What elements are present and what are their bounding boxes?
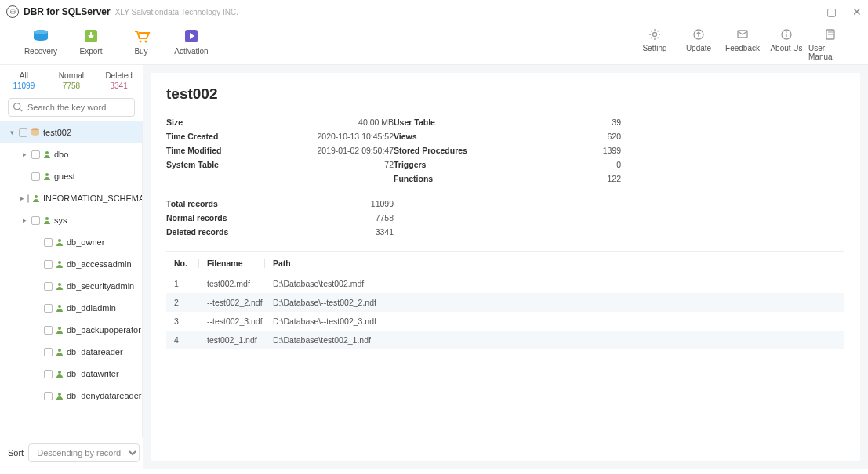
expand-icon[interactable]: ▾ xyxy=(8,128,16,136)
user-icon xyxy=(32,194,43,202)
info-row: Time Created2020-10-13 10:45:52 xyxy=(166,129,394,143)
maximize-button[interactable]: ▢ xyxy=(826,5,837,18)
tree-label: db_accessadmin xyxy=(67,259,132,269)
info-row: Triggers0 xyxy=(394,157,621,172)
info-row: Size40.00 MB xyxy=(166,115,394,129)
svg-point-18 xyxy=(45,151,49,154)
toolbar-export[interactable]: Export xyxy=(66,28,116,56)
svg-point-4 xyxy=(145,41,147,43)
checkbox[interactable] xyxy=(31,216,40,225)
info-row: User Table39 xyxy=(394,115,621,129)
svg-point-1 xyxy=(34,30,48,34)
tree-label: INFORMATION_SCHEMA xyxy=(43,194,143,203)
file-row[interactable]: 4test002_1.ndfD:\Database\test002_1.ndf xyxy=(166,331,844,349)
file-row[interactable]: 2--test002_2.ndfD:\Database\--test002_2.… xyxy=(166,293,844,312)
minimize-button[interactable]: — xyxy=(800,5,811,18)
sort-select[interactable]: Descending by record xyxy=(28,443,140,462)
info-row: Normal records7758 xyxy=(166,211,394,225)
search-container xyxy=(8,98,135,117)
detail-panel: test002 Size40.00 MBTime Created2020-10-… xyxy=(151,73,860,461)
tree-label: db_datawriter xyxy=(67,369,119,378)
expand-icon[interactable]: ▸ xyxy=(20,150,28,158)
checkbox[interactable] xyxy=(44,348,53,356)
user-icon xyxy=(56,260,67,268)
tree-label: dbo xyxy=(54,150,68,159)
user-icon xyxy=(56,392,67,400)
tree-label: db_securityadmin xyxy=(67,281,134,291)
info-row: Views620 xyxy=(394,129,621,143)
tree-item-db_securityadmin[interactable]: db_securityadmin xyxy=(0,275,142,297)
checkbox[interactable] xyxy=(44,326,53,335)
file-row[interactable]: 1test002.mdfD:\Database\test002.mdf xyxy=(166,274,844,293)
toolbar-update[interactable]: Update xyxy=(677,28,721,61)
svg-point-20 xyxy=(35,195,38,198)
tree-item-db_backupoperator[interactable]: db_backupoperator xyxy=(0,319,142,341)
tree-item-db_ddladmin[interactable]: db_ddladmin xyxy=(0,297,142,319)
sort-label: Sort xyxy=(8,448,24,458)
search-input[interactable] xyxy=(8,98,135,117)
info-icon xyxy=(780,28,793,41)
titlebar: ⛁ DBR for SQLServer XLY Salvationdata Te… xyxy=(0,0,868,24)
vendor-name: XLY Salvationdata Technology INC. xyxy=(115,8,238,16)
file-row[interactable]: 3--test002_3.ndfD:\Database\--test002_3.… xyxy=(166,312,844,331)
search-icon xyxy=(13,102,23,112)
tree-label: sys xyxy=(54,215,67,225)
tree-item-db_owner[interactable]: db_owner xyxy=(0,231,142,253)
svg-point-10 xyxy=(786,31,787,33)
toolbar-recovery[interactable]: Recovery xyxy=(16,28,66,56)
filter-all[interactable]: All 11099 xyxy=(0,71,47,90)
tree-item-information_schema[interactable]: ▸INFORMATION_SCHEMA xyxy=(0,187,142,209)
checkbox[interactable] xyxy=(44,238,53,247)
svg-point-3 xyxy=(140,41,142,43)
tree-label: db_ddladmin xyxy=(67,303,116,313)
tree-item-sys[interactable]: ▸sys xyxy=(0,209,142,231)
sidebar: All 11099 Normal 7758 Deleted 3341 ▾test… xyxy=(0,65,143,469)
filter-normal[interactable]: Normal 7758 xyxy=(48,71,95,90)
export-icon xyxy=(82,28,100,44)
tree[interactable]: ▾test002▸dboguest▸INFORMATION_SCHEMA▸sys… xyxy=(0,121,143,437)
expand-icon[interactable]: ▸ xyxy=(20,194,24,202)
checkbox[interactable] xyxy=(44,260,53,269)
info-row: Deleted records3341 xyxy=(166,225,394,239)
checkbox[interactable] xyxy=(44,370,53,378)
svg-point-6 xyxy=(653,33,657,37)
checkbox[interactable] xyxy=(27,194,29,203)
tree-item-db_accessadmin[interactable]: db_accessadmin xyxy=(0,253,142,275)
tree-item-db_denydatareader[interactable]: db_denydatareader xyxy=(0,385,142,407)
toolbar-activation[interactable]: Activation xyxy=(166,28,216,56)
tree-label: db_owner xyxy=(67,237,104,247)
svg-line-16 xyxy=(20,109,22,111)
toolbar-feedback[interactable]: Feedback xyxy=(721,28,764,61)
toolbar-about-us[interactable]: About Us xyxy=(764,28,808,61)
tree-label: db_datareader xyxy=(67,347,123,356)
files-header: No. Filename Path xyxy=(166,252,844,274)
expand-icon[interactable]: ▸ xyxy=(20,216,28,224)
tree-item-db_datareader[interactable]: db_datareader xyxy=(0,341,142,363)
manual-icon xyxy=(824,28,837,41)
toolbar: RecoveryExportBuyActivation SettingUpdat… xyxy=(0,24,868,65)
tree-item-dbo[interactable]: ▸dbo xyxy=(0,143,142,165)
tree-item-db_datawriter[interactable]: db_datawriter xyxy=(0,363,142,385)
checkbox[interactable] xyxy=(31,150,40,159)
close-button[interactable]: ✕ xyxy=(852,5,862,18)
info-row: System Table72 xyxy=(166,157,394,172)
tree-item-guest[interactable]: guest xyxy=(0,165,142,187)
checkbox[interactable] xyxy=(44,282,53,291)
tree-label: test002 xyxy=(43,128,71,137)
info-row: Stored Procedures1399 xyxy=(394,143,621,157)
filter-deleted[interactable]: Deleted 3341 xyxy=(96,71,143,90)
tree-item-test002[interactable]: ▾test002 xyxy=(0,121,142,143)
toolbar-buy[interactable]: Buy xyxy=(116,28,166,56)
toolbar-setting[interactable]: Setting xyxy=(633,28,677,61)
info-row: Time Modified2019-01-02 09:50:47 xyxy=(166,143,394,157)
svg-point-23 xyxy=(58,261,61,264)
user-icon xyxy=(56,326,67,334)
checkbox[interactable] xyxy=(19,128,27,137)
checkbox[interactable] xyxy=(31,172,40,181)
checkbox[interactable] xyxy=(44,392,53,400)
buy-icon xyxy=(132,28,151,44)
toolbar-user-manual[interactable]: User Manual xyxy=(808,28,852,61)
user-icon xyxy=(56,238,67,246)
user-icon xyxy=(43,172,54,180)
checkbox[interactable] xyxy=(44,304,53,313)
